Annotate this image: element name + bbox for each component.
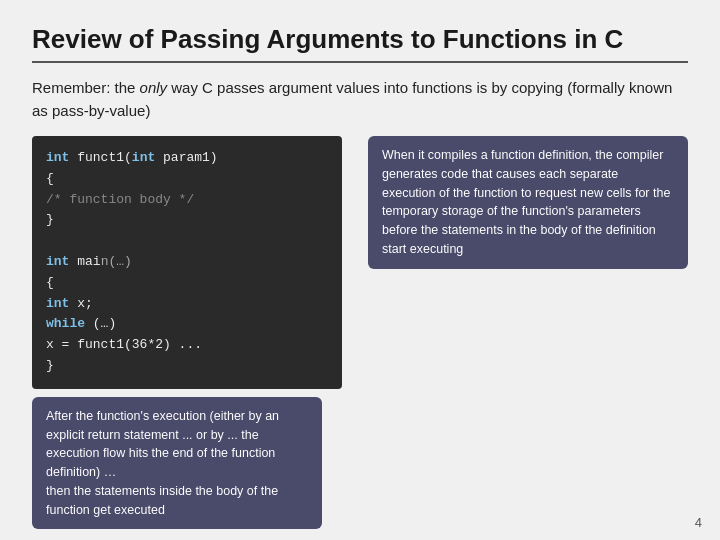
- code-line-6: int main(…): [46, 252, 328, 273]
- tooltip-continuation: then the statements inside the body of t…: [46, 484, 278, 517]
- slide: Review of Passing Arguments to Functions…: [0, 0, 720, 540]
- slide-title: Review of Passing Arguments to Functions…: [32, 24, 688, 63]
- code-line-9: while (…): [46, 314, 328, 335]
- code-line-1: int funct1(int param1): [46, 148, 328, 169]
- content-area: int funct1(int param1) { /* function bod…: [32, 136, 688, 389]
- code-line-3: /* function body */: [46, 190, 328, 211]
- code-line-4: }: [46, 210, 328, 231]
- tooltip-execution-info: After the function's execution (either b…: [32, 397, 322, 530]
- tooltip-right-text: When it compiles a function definition, …: [382, 148, 670, 256]
- subtitle-emphasis: only: [140, 79, 168, 96]
- code-line-2: {: [46, 169, 328, 190]
- tooltip-bottom-left-text: After the function's execution (either b…: [46, 409, 279, 479]
- code-line-5: [46, 231, 328, 252]
- subtitle-prefix: Remember: the: [32, 79, 140, 96]
- subtitle-text: Remember: the only way C passes argument…: [32, 77, 688, 122]
- tooltip-compiler-info: When it compiles a function definition, …: [368, 136, 688, 269]
- code-line-10: x = funct1(36*2) ...: [46, 335, 328, 356]
- code-line-8: int x;: [46, 294, 328, 315]
- code-line-7: {: [46, 273, 328, 294]
- code-line-11: }: [46, 356, 328, 377]
- slide-number: 4: [695, 515, 702, 530]
- code-block: int funct1(int param1) { /* function bod…: [32, 136, 342, 389]
